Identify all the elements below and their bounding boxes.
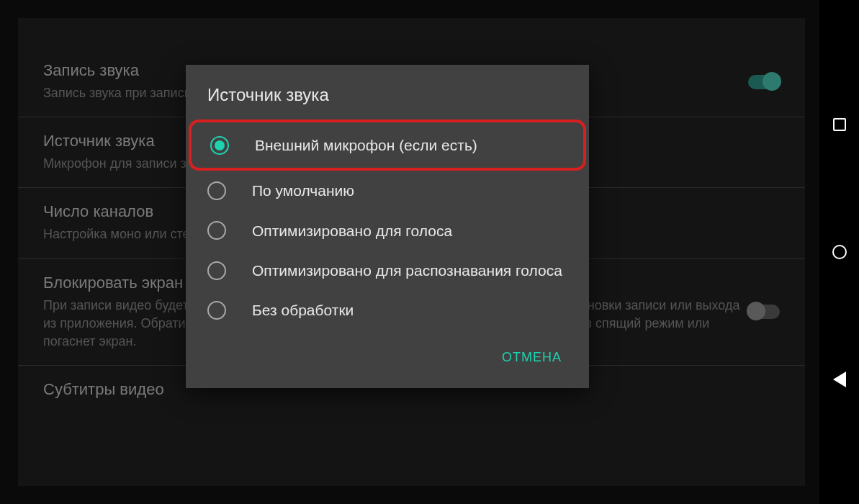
radio-unselected-icon [207,301,226,320]
radio-unselected-icon [207,181,226,200]
circle-icon [832,245,847,259]
radio-option-unprocessed[interactable]: Без обработки [186,290,589,330]
radio-option-default[interactable]: По умолчанию [186,171,589,210]
radio-option-recognition-optimized[interactable]: Оптимизировано для распознавания голоса [186,251,589,290]
radio-label: Без обработки [252,300,354,320]
home-button[interactable] [832,244,847,260]
square-icon [833,118,846,131]
radio-label: Оптимизировано для распознавания голоса [252,261,562,280]
radio-unselected-icon [207,221,226,240]
radio-option-voice-optimized[interactable]: Оптимизировано для голоса [186,211,589,251]
audio-source-dialog: Источник звука Внешний микрофон (если ес… [186,65,589,388]
cancel-button[interactable]: ОТМЕНА [489,341,575,374]
radio-label: Внешний микрофон (если есть) [255,135,477,155]
radio-label: По умолчанию [252,181,354,200]
radio-option-external-mic[interactable]: Внешний микрофон (если есть) [189,120,586,171]
back-button[interactable] [832,372,847,387]
navigation-bar [819,0,859,504]
triangle-icon [833,372,846,387]
recent-apps-button[interactable] [832,117,847,132]
dialog-title: Источник звука [186,65,589,120]
radio-unselected-icon [207,261,226,280]
radio-label: Оптимизировано для голоса [252,221,452,240]
dialog-actions: ОТМЕНА [186,330,589,388]
radio-selected-icon [210,136,229,155]
